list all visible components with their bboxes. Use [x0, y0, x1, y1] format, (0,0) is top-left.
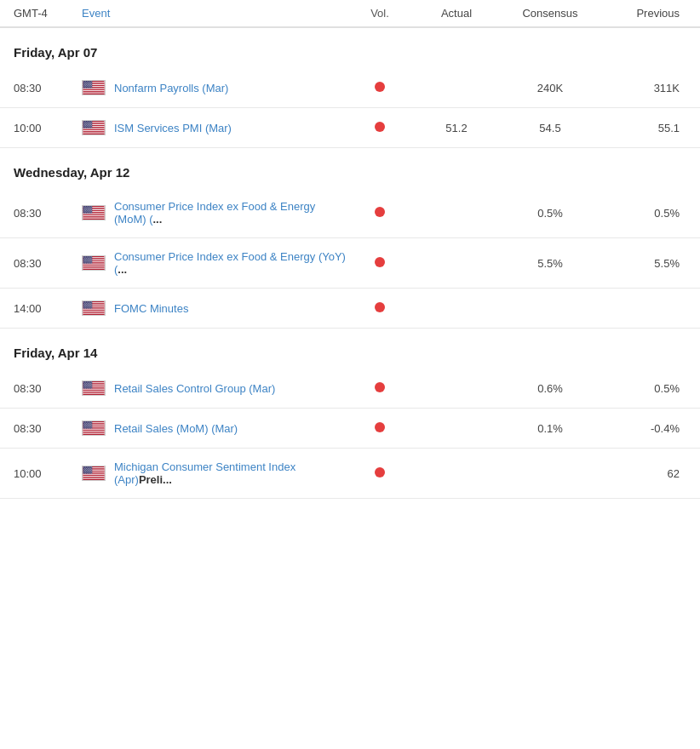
svg-point-20	[84, 83, 85, 83]
svg-point-420	[87, 473, 88, 474]
svg-point-361	[86, 426, 87, 427]
svg-point-262	[89, 308, 89, 309]
svg-point-210	[90, 263, 91, 264]
svg-point-189	[91, 259, 92, 260]
svg-point-131	[83, 209, 84, 209]
svg-point-226	[83, 302, 84, 303]
svg-point-421	[89, 473, 89, 474]
svg-point-279	[83, 382, 84, 383]
event-name[interactable]: Consumer Price Index ex Food & Energy (Y…	[114, 250, 346, 276]
svg-point-263	[90, 308, 91, 309]
svg-point-340	[88, 423, 89, 424]
svg-point-301	[83, 386, 84, 386]
svg-point-394	[89, 468, 90, 469]
svg-point-294	[90, 384, 91, 385]
svg-point-231	[91, 302, 92, 303]
event-time: 10:00	[14, 467, 82, 480]
svg-point-292	[87, 384, 88, 385]
svg-point-124	[90, 207, 91, 208]
country-flag	[82, 380, 106, 396]
event-cell[interactable]: FOMC Minutes	[82, 300, 346, 316]
svg-rect-8	[83, 89, 105, 90]
event-name[interactable]: FOMC Minutes	[114, 302, 188, 315]
svg-point-410	[89, 471, 89, 472]
svg-point-362	[88, 426, 89, 427]
svg-point-157	[90, 213, 91, 214]
svg-point-17	[89, 82, 89, 83]
svg-rect-276	[83, 393, 105, 394]
svg-point-127	[86, 208, 87, 209]
event-name[interactable]: Consumer Price Index ex Food & Energy (M…	[114, 200, 346, 226]
svg-point-197	[87, 260, 88, 261]
svg-point-404	[88, 470, 89, 471]
svg-point-16	[87, 82, 88, 83]
event-consensus: 5.5%	[499, 257, 601, 270]
svg-point-182	[89, 258, 90, 259]
svg-point-78	[83, 123, 84, 124]
event-vol	[346, 421, 414, 435]
event-cell[interactable]: Consumer Price Index ex Food & Energy (Y…	[82, 250, 346, 276]
svg-point-357	[89, 426, 89, 426]
svg-rect-115	[83, 215, 105, 216]
event-vol	[346, 206, 414, 220]
svg-point-298	[88, 385, 89, 386]
svg-point-202	[86, 261, 87, 262]
svg-point-103	[89, 128, 89, 129]
svg-point-145	[89, 210, 89, 211]
svg-point-290	[83, 384, 84, 385]
svg-point-21	[86, 83, 87, 83]
event-name[interactable]: Retail Sales (MoM) (Mar)	[114, 422, 238, 435]
event-name[interactable]: Michigan Consumer Sentiment Index (Apr)P…	[114, 460, 346, 486]
svg-point-32	[86, 84, 87, 85]
svg-point-417	[90, 472, 91, 472]
event-vol	[346, 81, 414, 94]
svg-point-284	[91, 382, 92, 383]
svg-point-122	[87, 207, 88, 208]
event-name[interactable]: Retail Sales Control Group (Mar)	[114, 382, 275, 395]
svg-point-241	[90, 304, 91, 305]
svg-point-22	[88, 83, 89, 83]
event-cell[interactable]: Retail Sales (MoM) (Mar)	[82, 420, 346, 436]
date-group-header: Wednesday, Apr 12	[0, 148, 700, 188]
event-cell[interactable]: Consumer Price Index ex Food & Energy (M…	[82, 200, 346, 226]
svg-point-133	[87, 209, 88, 209]
event-cell[interactable]: ISM Services PMI (Mar)	[82, 120, 346, 135]
svg-point-204	[89, 261, 90, 262]
event-name[interactable]: Nonfarm Payrolls (Mar)	[114, 82, 228, 94]
svg-point-149	[86, 211, 87, 212]
svg-point-179	[84, 258, 85, 259]
header-timezone: GMT-4	[14, 7, 82, 20]
svg-point-365	[83, 428, 84, 429]
svg-point-300	[90, 385, 91, 386]
event-cell[interactable]: Retail Sales Control Group (Mar)	[82, 380, 346, 396]
event-cell[interactable]: Nonfarm Payrolls (Mar)	[82, 80, 346, 95]
country-flag	[82, 255, 106, 271]
svg-point-405	[89, 470, 90, 471]
svg-point-303	[87, 386, 88, 386]
svg-rect-170	[83, 268, 105, 269]
event-name[interactable]: ISM Services PMI (Mar)	[114, 122, 232, 134]
event-consensus: 54.5	[499, 122, 601, 134]
svg-rect-167	[83, 265, 105, 266]
svg-point-335	[89, 422, 89, 423]
event-actual: 51.2	[414, 122, 499, 134]
svg-rect-168	[83, 266, 105, 266]
svg-rect-380	[83, 476, 105, 477]
svg-rect-220	[83, 310, 105, 311]
table-row: 10:00	[0, 108, 700, 148]
svg-point-51	[90, 88, 91, 89]
svg-point-90	[85, 125, 86, 126]
event-previous: 62	[601, 467, 686, 480]
svg-point-139	[88, 209, 89, 210]
event-cell[interactable]: Michigan Consumer Sentiment Index (Apr)P…	[82, 460, 346, 486]
svg-point-49	[87, 88, 88, 89]
svg-point-311	[90, 386, 91, 387]
event-consensus: 0.1%	[499, 422, 601, 435]
svg-point-388	[89, 467, 89, 468]
event-badge: ...	[118, 263, 127, 276]
svg-point-82	[90, 123, 91, 124]
svg-point-296	[84, 385, 85, 386]
svg-point-152	[90, 211, 91, 212]
event-time: 08:30	[14, 257, 82, 270]
svg-rect-275	[83, 392, 105, 392]
